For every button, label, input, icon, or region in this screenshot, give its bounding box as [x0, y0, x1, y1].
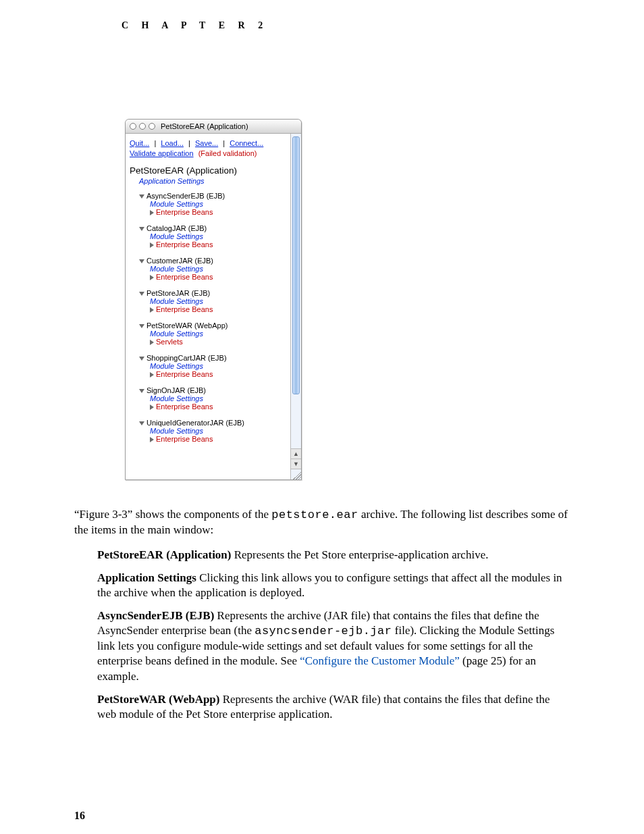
term: PetStoreEAR (Application)	[97, 548, 231, 561]
module-sub-label: Enterprise Beans	[156, 402, 213, 411]
definition: Represents the Pet Store enterprise-appl…	[231, 548, 488, 561]
disclosure-right-icon[interactable]	[150, 437, 154, 442]
close-icon[interactable]	[130, 123, 136, 130]
tree-root-label: PetStoreEAR (Application)	[130, 165, 297, 176]
application-settings-link[interactable]: Application Settings	[139, 177, 297, 185]
module-settings-link[interactable]: Module Settings	[150, 232, 297, 240]
intro-paragraph: “Figure 3-3” shows the components of the…	[74, 507, 570, 538]
connect-link[interactable]: Connect...	[230, 139, 263, 147]
module-settings-link[interactable]: Module Settings	[150, 265, 297, 273]
module-node: UniqueIdGeneratorJAR (EJB)Module Setting…	[139, 419, 297, 443]
disclosure-right-icon[interactable]	[150, 372, 154, 377]
module-header[interactable]: UniqueIdGeneratorJAR (EJB)	[139, 419, 297, 427]
module-sub-node[interactable]: Enterprise Beans	[150, 208, 297, 216]
window-titlebar[interactable]: PetStoreEAR (Application)	[126, 120, 301, 134]
module-node: CustomerJAR (EJB)Module SettingsEnterpri…	[139, 257, 297, 281]
chapter-header: C H A P T E R 2	[122, 20, 570, 31]
module-sub-node[interactable]: Enterprise Beans	[150, 273, 297, 281]
save-link[interactable]: Save...	[195, 139, 218, 147]
module-settings-link[interactable]: Module Settings	[150, 362, 297, 370]
list-item: Application Settings Clicking this link …	[97, 571, 570, 600]
list-item: PetStoreEAR (Application) Represents the…	[97, 548, 570, 563]
module-node: PetStoreJAR (EJB)Module SettingsEnterpri…	[139, 289, 297, 313]
module-name: CatalogJAR (EJB)	[146, 224, 207, 232]
module-sub-node[interactable]: Enterprise Beans	[150, 240, 297, 249]
module-name: PetStoreJAR (EJB)	[146, 289, 210, 297]
disclosure-right-icon[interactable]	[150, 340, 154, 345]
separator: |	[154, 139, 156, 147]
module-settings-link[interactable]: Module Settings	[150, 330, 297, 338]
module-sub-node[interactable]: Enterprise Beans	[150, 402, 297, 411]
disclosure-down-icon[interactable]	[139, 421, 144, 425]
app-window: PetStoreEAR (Application) Quit... | Load…	[125, 119, 302, 480]
module-header[interactable]: PetStoreWAR (WebApp)	[139, 321, 297, 330]
module-header[interactable]: PetStoreJAR (EJB)	[139, 289, 297, 297]
disclosure-down-icon[interactable]	[139, 357, 144, 361]
module-sub-node[interactable]: Enterprise Beans	[150, 435, 297, 443]
separator: |	[188, 139, 190, 147]
module-sub-node[interactable]: Enterprise Beans	[150, 305, 297, 313]
validate-link[interactable]: Validate application	[130, 149, 194, 157]
window-body: Quit... | Load... | Save... | Connect...…	[126, 134, 301, 479]
module-name: PetStoreWAR (WebApp)	[146, 321, 227, 330]
disclosure-right-icon[interactable]	[150, 275, 154, 280]
intro-code: petstore.ear	[271, 509, 358, 521]
list-item: PetStoreWAR (WebApp) Represents the arch…	[97, 692, 570, 722]
disclosure-down-icon[interactable]	[139, 194, 144, 199]
module-name: CustomerJAR (EJB)	[146, 257, 213, 265]
disclosure-right-icon[interactable]	[150, 405, 154, 410]
load-link[interactable]: Load...	[161, 139, 184, 147]
module-sub-label: Servlets	[156, 338, 183, 346]
disclosure-right-icon[interactable]	[150, 307, 154, 313]
module-sub-label: Enterprise Beans	[156, 273, 213, 281]
module-node: PetStoreWAR (WebApp)Module SettingsServl…	[139, 321, 297, 346]
validate-row: Validate application (Failed validation)	[130, 148, 297, 161]
term: Application Settings	[97, 571, 196, 584]
module-name: UniqueIdGeneratorJAR (EJB)	[146, 419, 244, 427]
disclosure-down-icon[interactable]	[139, 389, 144, 393]
module-name: ShoppingCartJAR (EJB)	[146, 354, 227, 362]
quit-link[interactable]: Quit...	[130, 139, 149, 147]
module-header[interactable]: AsyncSenderEJB (EJB)	[139, 192, 297, 200]
module-header[interactable]: ShoppingCartJAR (EJB)	[139, 354, 297, 362]
disclosure-right-icon[interactable]	[150, 210, 154, 215]
module-node: CatalogJAR (EJB)Module SettingsEnterpris…	[139, 224, 297, 249]
disclosure-down-icon[interactable]	[139, 292, 144, 296]
cross-reference-link[interactable]: “Configure the Customer Module”	[300, 654, 460, 667]
disclosure-down-icon[interactable]	[139, 227, 144, 231]
minimize-icon[interactable]	[139, 123, 146, 130]
separator: |	[223, 139, 225, 147]
module-node: SignOnJAR (EJB)Module SettingsEnterprise…	[139, 386, 297, 411]
module-sub-label: Enterprise Beans	[156, 208, 213, 216]
scroll-down-icon[interactable]: ▼	[291, 459, 301, 469]
module-settings-link[interactable]: Module Settings	[150, 394, 297, 402]
scrollbar-thumb[interactable]	[292, 136, 300, 394]
zoom-icon[interactable]	[149, 123, 155, 130]
scrollbar[interactable]: ▲ ▼	[290, 134, 301, 479]
window-controls	[130, 123, 155, 130]
module-sub-label: Enterprise Beans	[156, 240, 213, 249]
definition-code: asyncsender-ejb.jar	[254, 625, 392, 637]
disclosure-right-icon[interactable]	[150, 242, 154, 248]
module-sub-label: Enterprise Beans	[156, 435, 213, 443]
scroll-up-icon[interactable]: ▲	[291, 448, 301, 459]
module-sub-label: Enterprise Beans	[156, 370, 213, 378]
module-node: ShoppingCartJAR (EJB)Module SettingsEnte…	[139, 354, 297, 378]
module-sub-node[interactable]: Servlets	[150, 338, 297, 346]
resize-grip-icon[interactable]	[290, 469, 301, 479]
disclosure-down-icon[interactable]	[139, 324, 144, 328]
page-number: 16	[74, 810, 85, 822]
intro-text-a: “Figure 3-3” shows the components of the	[74, 508, 271, 521]
disclosure-down-icon[interactable]	[139, 259, 144, 263]
module-settings-link[interactable]: Module Settings	[150, 427, 297, 435]
application-tree: PetStoreEAR (Application) Application Se…	[130, 165, 297, 443]
module-header[interactable]: CustomerJAR (EJB)	[139, 257, 297, 265]
module-header[interactable]: SignOnJAR (EJB)	[139, 386, 297, 394]
module-sub-label: Enterprise Beans	[156, 305, 213, 313]
module-settings-link[interactable]: Module Settings	[150, 297, 297, 305]
validation-status: (Failed validation)	[198, 149, 257, 157]
module-sub-node[interactable]: Enterprise Beans	[150, 370, 297, 378]
module-settings-link[interactable]: Module Settings	[150, 200, 297, 208]
list-item: AsyncSenderEJB (EJB) Represents the arch…	[97, 608, 570, 683]
module-header[interactable]: CatalogJAR (EJB)	[139, 224, 297, 232]
